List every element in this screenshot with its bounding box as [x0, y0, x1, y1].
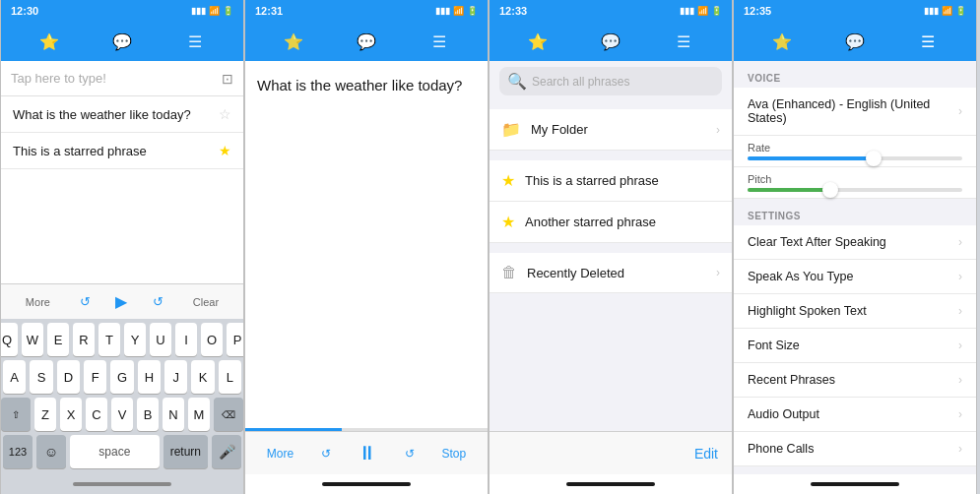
signal-icon-4: ▮▮▮ [924, 6, 939, 16]
star-folder-icon-1: ★ [501, 171, 515, 190]
more-button-1[interactable]: More [22, 294, 54, 310]
space-key[interactable]: space [70, 435, 160, 468]
delete-key[interactable]: ⌫ [214, 398, 243, 431]
edit-bar: Edit [490, 431, 732, 474]
voice-item[interactable]: Ava (Enhanced) - English (United States)… [734, 88, 976, 136]
key-k[interactable]: K [191, 360, 214, 394]
toolbar-1: More ↺ ▶ ↺ Clear [1, 283, 243, 319]
star-nav-icon-4[interactable]: ⭐ [767, 32, 797, 51]
search-input-wrapper[interactable]: 🔍 Search all phrases [499, 67, 722, 95]
speak-type-item[interactable]: Speak As You Type › [734, 260, 976, 294]
pitch-thumb[interactable] [822, 182, 838, 198]
home-indicator-2 [322, 482, 411, 486]
clear-text-item[interactable]: Clear Text After Speaking › [734, 225, 976, 260]
key-w[interactable]: W [22, 323, 43, 356]
key-h[interactable]: H [138, 360, 161, 394]
folder-item-1[interactable]: 📁 My Folder › [490, 109, 732, 151]
menu-nav-icon-3[interactable]: ☰ [669, 32, 698, 51]
message-nav-icon-4[interactable]: 💬 [840, 32, 870, 51]
shift-key[interactable]: ⇧ [1, 398, 31, 431]
key-g[interactable]: G [110, 360, 133, 394]
font-size-item[interactable]: Font Size › [734, 329, 976, 363]
key-z[interactable]: Z [34, 398, 56, 431]
progress-fill [245, 428, 342, 431]
nav-bar-3: ⭐ 💬 ☰ [490, 22, 732, 61]
audio-output-item[interactable]: Audio Output › [734, 398, 976, 432]
emoji-key[interactable]: ☺ [36, 435, 66, 468]
chevron-icon-1: › [716, 123, 720, 137]
rate-thumb[interactable] [866, 151, 882, 166]
key-u[interactable]: U [150, 323, 171, 356]
stop-button[interactable]: Stop [442, 447, 467, 461]
star-icon-2[interactable]: ★ [219, 143, 231, 158]
pitch-track[interactable] [748, 188, 962, 192]
menu-nav-icon-4[interactable]: ☰ [913, 32, 943, 51]
pitch-slider-row: Pitch [734, 167, 976, 199]
scan-icon: ⊡ [222, 71, 233, 87]
message-nav-icon-2[interactable]: 💬 [352, 32, 381, 51]
key-j[interactable]: J [164, 360, 187, 394]
folder-list: 📁 My Folder › ★ This is a starred phrase… [490, 101, 732, 431]
key-a[interactable]: A [3, 360, 26, 394]
key-d[interactable]: D [57, 360, 80, 394]
menu-nav-icon[interactable]: ☰ [180, 32, 210, 51]
search-icon: 🔍 [507, 72, 527, 91]
folder-item-4[interactable]: 🗑 Recently Deleted › [490, 253, 732, 293]
audio-output-chevron: › [958, 407, 962, 421]
chevron-icon-4: › [716, 266, 720, 279]
phone-calls-item[interactable]: Phone Calls › [734, 432, 976, 466]
keyboard: Q W E R T Y U I O P A S D F G H J K L ⇧ … [1, 319, 243, 474]
key-i[interactable]: I [175, 323, 197, 356]
refresh-button-2[interactable]: ↺ [153, 294, 163, 309]
folder-spacer-1 [490, 151, 732, 160]
more-button-2[interactable]: More [267, 447, 294, 461]
phrase-item-2[interactable]: This is a starred phrase ★ [1, 133, 243, 169]
key-e[interactable]: E [47, 323, 69, 356]
recent-phrases-item[interactable]: Recent Phrases › [734, 363, 976, 398]
key-m[interactable]: M [188, 398, 210, 431]
clear-button-1[interactable]: Clear [189, 294, 223, 310]
key-f[interactable]: F [84, 360, 106, 394]
key-s[interactable]: S [30, 360, 52, 394]
phrase-text-2: This is a starred phrase [13, 144, 147, 158]
message-nav-icon[interactable]: 💬 [107, 32, 137, 51]
key-row-1: Q W E R T Y U I O P [3, 323, 241, 356]
folder-item-3[interactable]: ★ Another starred phrase [490, 202, 732, 243]
phrases-list: What is the weather like today? ☆ This i… [1, 96, 243, 283]
star-nav-icon-3[interactable]: ⭐ [523, 32, 553, 51]
phrase-item-1[interactable]: What is the weather like today? ☆ [1, 96, 243, 133]
pause-button[interactable]: ⏸ [358, 442, 377, 464]
refresh-ctrl-1[interactable]: ↺ [321, 447, 331, 461]
key-b[interactable]: B [137, 398, 159, 431]
message-nav-icon-3[interactable]: 💬 [596, 32, 625, 51]
number-key[interactable]: 123 [3, 435, 33, 468]
key-p[interactable]: P [227, 323, 244, 356]
key-o[interactable]: O [201, 323, 223, 356]
key-n[interactable]: N [163, 398, 184, 431]
key-l[interactable]: L [219, 360, 241, 394]
refresh-ctrl-2[interactable]: ↺ [405, 447, 415, 461]
rate-track[interactable] [748, 156, 962, 160]
key-x[interactable]: X [60, 398, 82, 431]
highlight-item[interactable]: Highlight Spoken Text › [734, 294, 976, 329]
star-nav-icon[interactable]: ⭐ [34, 32, 64, 51]
play-button-1[interactable]: ▶ [115, 292, 127, 311]
key-q[interactable]: Q [0, 323, 18, 356]
folder-item-2[interactable]: ★ This is a starred phrase [490, 160, 732, 202]
mic-key[interactable]: 🎤 [212, 435, 241, 468]
return-key[interactable]: return [163, 435, 208, 468]
nav-bar-2: ⭐ 💬 ☰ [245, 22, 488, 61]
status-bar-4: 12:35 ▮▮▮ 📶 🔋 [734, 0, 976, 22]
star-nav-icon-2[interactable]: ⭐ [279, 32, 308, 51]
key-r[interactable]: R [73, 323, 95, 356]
key-c[interactable]: C [86, 398, 107, 431]
text-input-area[interactable]: Tap here to type! ⊡ [1, 61, 243, 96]
key-t[interactable]: T [98, 323, 120, 356]
edit-button[interactable]: Edit [694, 446, 718, 462]
menu-nav-icon-2[interactable]: ☰ [425, 32, 454, 51]
phone-calls-label: Phone Calls [748, 442, 814, 456]
key-v[interactable]: V [111, 398, 133, 431]
key-y[interactable]: Y [124, 323, 146, 356]
refresh-button-1[interactable]: ↺ [80, 294, 91, 309]
star-icon-1[interactable]: ☆ [219, 106, 231, 122]
